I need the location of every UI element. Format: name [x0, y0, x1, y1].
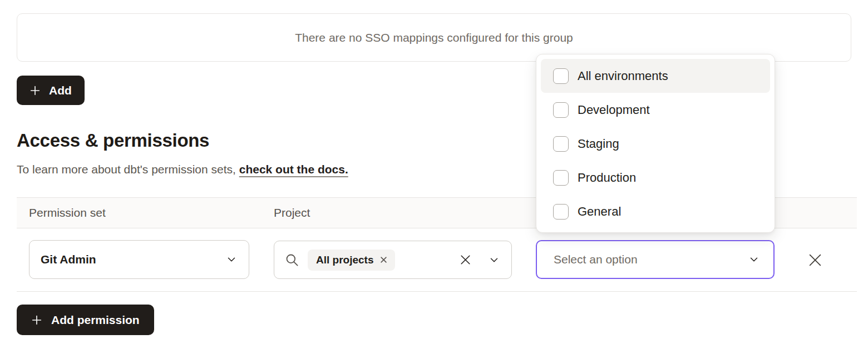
sso-empty-message: There are no SSO mappings configured for…: [295, 31, 573, 44]
table-row-divider: [17, 291, 857, 292]
search-icon: [274, 252, 299, 267]
dropdown-option-development[interactable]: Development: [541, 93, 770, 127]
environment-dropdown-menu: All environments Development Staging Pro…: [536, 54, 775, 233]
checkbox[interactable]: [553, 170, 569, 186]
project-chip: All projects: [308, 250, 395, 271]
group-settings-page: There are no SSO mappings configured for…: [0, 0, 868, 349]
page-title: Access & permissions: [17, 130, 209, 151]
clear-selection-icon[interactable]: [458, 253, 488, 267]
column-header-project: Project: [274, 206, 310, 220]
chevron-down-icon: [748, 253, 760, 266]
project-multiselect[interactable]: All projects: [274, 241, 512, 279]
option-label: General: [578, 205, 621, 219]
permission-set-value: Git Admin: [41, 253, 225, 266]
remove-permission-row-icon[interactable]: [806, 251, 824, 269]
docs-link[interactable]: check out the docs.: [239, 163, 348, 176]
plus-icon: [29, 84, 41, 97]
option-label: Development: [578, 103, 650, 117]
environment-select[interactable]: Select an option: [536, 240, 775, 279]
add-permission-button[interactable]: Add permission: [17, 305, 154, 335]
environment-select-placeholder: Select an option: [554, 253, 748, 266]
dropdown-option-general[interactable]: General: [541, 195, 770, 228]
permission-set-select[interactable]: Git Admin: [29, 240, 249, 279]
option-label: Staging: [578, 137, 619, 151]
checkbox[interactable]: [553, 102, 569, 118]
checkbox[interactable]: [553, 204, 569, 220]
dropdown-option-all-environments[interactable]: All environments: [541, 59, 770, 93]
project-chip-label: All projects: [316, 254, 373, 266]
option-label: Production: [578, 171, 636, 185]
add-sso-mapping-button[interactable]: Add: [17, 76, 85, 105]
add-button-label: Add: [49, 84, 72, 97]
description-text: To learn more about dbt's permission set…: [17, 163, 239, 176]
add-permission-button-label: Add permission: [51, 313, 140, 327]
chevron-down-icon[interactable]: [488, 254, 511, 266]
chip-remove-icon[interactable]: [379, 256, 388, 264]
option-label: All environments: [578, 69, 668, 83]
permissions-description: To learn more about dbt's permission set…: [17, 163, 348, 176]
dropdown-option-staging[interactable]: Staging: [541, 127, 770, 161]
plus-icon: [31, 314, 43, 326]
column-header-permission-set: Permission set: [29, 206, 106, 220]
checkbox[interactable]: [553, 136, 569, 152]
dropdown-option-production[interactable]: Production: [541, 161, 770, 195]
chevron-down-icon: [225, 253, 238, 266]
checkbox[interactable]: [553, 68, 569, 84]
